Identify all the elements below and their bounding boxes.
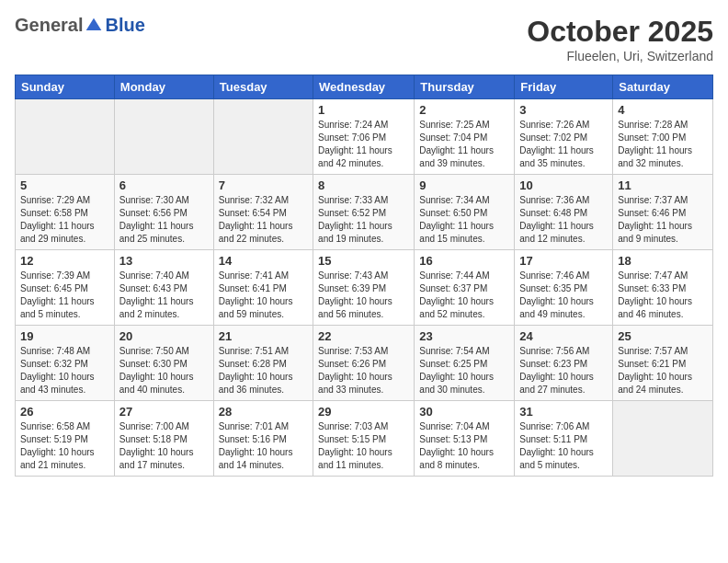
day-info: Sunrise: 7:26 AM Sunset: 7:02 PM Dayligh… bbox=[519, 119, 608, 170]
day-number: 9 bbox=[419, 178, 509, 192]
table-row: 28Sunrise: 7:01 AM Sunset: 5:16 PM Dayli… bbox=[213, 401, 313, 477]
day-number: 14 bbox=[219, 254, 308, 268]
table-row: 6Sunrise: 7:30 AM Sunset: 6:56 PM Daylig… bbox=[114, 175, 213, 250]
day-number: 3 bbox=[519, 103, 608, 117]
page-header: General Blue October 2025 Flueelen, Uri,… bbox=[15, 15, 713, 63]
day-info: Sunrise: 7:29 AM Sunset: 6:58 PM Dayligh… bbox=[20, 194, 109, 246]
day-number: 21 bbox=[219, 329, 308, 343]
table-row bbox=[114, 99, 213, 175]
day-info: Sunrise: 7:06 AM Sunset: 5:11 PM Dayligh… bbox=[519, 420, 608, 472]
table-row: 7Sunrise: 7:32 AM Sunset: 6:54 PM Daylig… bbox=[213, 175, 313, 250]
day-info: Sunrise: 7:01 AM Sunset: 5:16 PM Dayligh… bbox=[219, 420, 308, 472]
day-number: 13 bbox=[119, 254, 209, 268]
weekday-header-row: SundayMondayTuesdayWednesdayThursdayFrid… bbox=[16, 75, 713, 99]
day-info: Sunrise: 7:54 AM Sunset: 6:25 PM Dayligh… bbox=[419, 345, 509, 396]
day-info: Sunrise: 6:58 AM Sunset: 5:19 PM Dayligh… bbox=[20, 420, 109, 472]
day-number: 11 bbox=[618, 178, 708, 192]
day-number: 1 bbox=[318, 103, 409, 117]
day-number: 26 bbox=[20, 405, 109, 419]
day-info: Sunrise: 7:30 AM Sunset: 6:56 PM Dayligh… bbox=[119, 194, 209, 246]
table-row: 13Sunrise: 7:40 AM Sunset: 6:43 PM Dayli… bbox=[114, 250, 213, 326]
table-row: 12Sunrise: 7:39 AM Sunset: 6:45 PM Dayli… bbox=[16, 250, 115, 326]
logo-icon bbox=[85, 17, 103, 35]
day-number: 31 bbox=[519, 405, 608, 419]
day-info: Sunrise: 7:39 AM Sunset: 6:45 PM Dayligh… bbox=[20, 270, 109, 321]
day-info: Sunrise: 7:34 AM Sunset: 6:50 PM Dayligh… bbox=[419, 194, 509, 246]
logo-general-text: General bbox=[15, 15, 83, 36]
day-number: 18 bbox=[618, 254, 708, 268]
calendar-week-row: 12Sunrise: 7:39 AM Sunset: 6:45 PM Dayli… bbox=[16, 250, 713, 326]
table-row: 11Sunrise: 7:37 AM Sunset: 6:46 PM Dayli… bbox=[613, 175, 713, 250]
day-number: 17 bbox=[519, 254, 608, 268]
day-info: Sunrise: 7:53 AM Sunset: 6:26 PM Dayligh… bbox=[318, 345, 409, 396]
day-info: Sunrise: 7:47 AM Sunset: 6:33 PM Dayligh… bbox=[618, 270, 708, 321]
day-number: 5 bbox=[20, 178, 109, 192]
day-number: 28 bbox=[219, 405, 308, 419]
day-info: Sunrise: 7:56 AM Sunset: 6:23 PM Dayligh… bbox=[519, 345, 608, 396]
calendar-week-row: 5Sunrise: 7:29 AM Sunset: 6:58 PM Daylig… bbox=[16, 175, 713, 250]
table-row: 2Sunrise: 7:25 AM Sunset: 7:04 PM Daylig… bbox=[415, 99, 515, 175]
day-info: Sunrise: 7:40 AM Sunset: 6:43 PM Dayligh… bbox=[119, 270, 209, 321]
svg-marker-0 bbox=[86, 17, 102, 29]
table-row bbox=[16, 99, 115, 175]
day-number: 22 bbox=[318, 329, 409, 343]
day-number: 10 bbox=[519, 178, 608, 192]
day-info: Sunrise: 7:48 AM Sunset: 6:32 PM Dayligh… bbox=[20, 345, 109, 396]
day-number: 16 bbox=[419, 254, 509, 268]
day-info: Sunrise: 7:03 AM Sunset: 5:15 PM Dayligh… bbox=[318, 420, 409, 472]
day-info: Sunrise: 7:43 AM Sunset: 6:39 PM Dayligh… bbox=[318, 270, 409, 321]
table-row: 29Sunrise: 7:03 AM Sunset: 5:15 PM Dayli… bbox=[313, 401, 415, 477]
table-row: 10Sunrise: 7:36 AM Sunset: 6:48 PM Dayli… bbox=[515, 175, 613, 250]
calendar-table: SundayMondayTuesdayWednesdayThursdayFrid… bbox=[15, 75, 713, 477]
logo-blue-text: Blue bbox=[105, 15, 144, 36]
day-number: 30 bbox=[419, 405, 509, 419]
day-info: Sunrise: 7:24 AM Sunset: 7:06 PM Dayligh… bbox=[318, 119, 409, 170]
title-block: October 2025 Flueelen, Uri, Switzerland bbox=[527, 15, 713, 63]
calendar-week-row: 1Sunrise: 7:24 AM Sunset: 7:06 PM Daylig… bbox=[16, 99, 713, 175]
table-row: 25Sunrise: 7:57 AM Sunset: 6:21 PM Dayli… bbox=[613, 326, 713, 401]
day-number: 19 bbox=[20, 329, 109, 343]
weekday-header-thursday: Thursday bbox=[415, 75, 515, 99]
day-info: Sunrise: 7:46 AM Sunset: 6:35 PM Dayligh… bbox=[519, 270, 608, 321]
table-row: 22Sunrise: 7:53 AM Sunset: 6:26 PM Dayli… bbox=[313, 326, 415, 401]
table-row: 16Sunrise: 7:44 AM Sunset: 6:37 PM Dayli… bbox=[415, 250, 515, 326]
table-row bbox=[613, 401, 713, 477]
day-number: 7 bbox=[219, 178, 308, 192]
calendar-week-row: 26Sunrise: 6:58 AM Sunset: 5:19 PM Dayli… bbox=[16, 401, 713, 477]
day-number: 23 bbox=[419, 329, 509, 343]
location-text: Flueelen, Uri, Switzerland bbox=[527, 49, 713, 63]
day-number: 24 bbox=[519, 329, 608, 343]
table-row: 18Sunrise: 7:47 AM Sunset: 6:33 PM Dayli… bbox=[613, 250, 713, 326]
table-row: 30Sunrise: 7:04 AM Sunset: 5:13 PM Dayli… bbox=[415, 401, 515, 477]
day-info: Sunrise: 7:37 AM Sunset: 6:46 PM Dayligh… bbox=[618, 194, 708, 246]
day-number: 20 bbox=[119, 329, 209, 343]
day-number: 2 bbox=[419, 103, 509, 117]
day-info: Sunrise: 7:00 AM Sunset: 5:18 PM Dayligh… bbox=[119, 420, 209, 472]
day-number: 12 bbox=[20, 254, 109, 268]
weekday-header-friday: Friday bbox=[515, 75, 613, 99]
table-row: 9Sunrise: 7:34 AM Sunset: 6:50 PM Daylig… bbox=[415, 175, 515, 250]
day-info: Sunrise: 7:36 AM Sunset: 6:48 PM Dayligh… bbox=[519, 194, 608, 246]
table-row: 3Sunrise: 7:26 AM Sunset: 7:02 PM Daylig… bbox=[515, 99, 613, 175]
weekday-header-wednesday: Wednesday bbox=[313, 75, 415, 99]
day-number: 25 bbox=[618, 329, 708, 343]
weekday-header-tuesday: Tuesday bbox=[213, 75, 313, 99]
weekday-header-monday: Monday bbox=[114, 75, 213, 99]
day-info: Sunrise: 7:04 AM Sunset: 5:13 PM Dayligh… bbox=[419, 420, 509, 472]
table-row: 26Sunrise: 6:58 AM Sunset: 5:19 PM Dayli… bbox=[16, 401, 115, 477]
weekday-header-sunday: Sunday bbox=[16, 75, 115, 99]
table-row: 19Sunrise: 7:48 AM Sunset: 6:32 PM Dayli… bbox=[16, 326, 115, 401]
table-row: 20Sunrise: 7:50 AM Sunset: 6:30 PM Dayli… bbox=[114, 326, 213, 401]
day-number: 15 bbox=[318, 254, 409, 268]
month-title: October 2025 bbox=[527, 15, 713, 49]
day-info: Sunrise: 7:32 AM Sunset: 6:54 PM Dayligh… bbox=[219, 194, 308, 246]
day-info: Sunrise: 7:33 AM Sunset: 6:52 PM Dayligh… bbox=[318, 194, 409, 246]
day-number: 29 bbox=[318, 405, 409, 419]
day-number: 27 bbox=[119, 405, 209, 419]
day-info: Sunrise: 7:51 AM Sunset: 6:28 PM Dayligh… bbox=[219, 345, 308, 396]
day-info: Sunrise: 7:28 AM Sunset: 7:00 PM Dayligh… bbox=[618, 119, 708, 170]
day-info: Sunrise: 7:44 AM Sunset: 6:37 PM Dayligh… bbox=[419, 270, 509, 321]
day-info: Sunrise: 7:41 AM Sunset: 6:41 PM Dayligh… bbox=[219, 270, 308, 321]
table-row: 17Sunrise: 7:46 AM Sunset: 6:35 PM Dayli… bbox=[515, 250, 613, 326]
day-info: Sunrise: 7:50 AM Sunset: 6:30 PM Dayligh… bbox=[119, 345, 209, 396]
